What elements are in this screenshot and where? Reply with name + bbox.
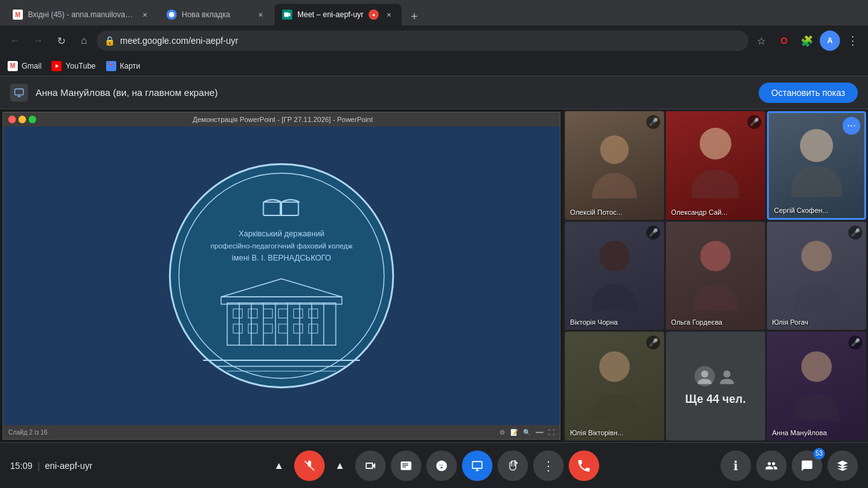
screen-share-icon — [10, 84, 28, 102]
tab-meet-title: Meet – eni-aepf-uyr — [297, 10, 363, 19]
camera-button[interactable] — [355, 451, 386, 481]
stop-sharing-button[interactable]: Остановить показ — [759, 83, 858, 103]
participant-name-9: Анна Мануйлова — [772, 429, 861, 437]
participant-tile-3: ⋯ Сергій Скофен... — [767, 111, 866, 220]
svg-rect-4 — [15, 89, 23, 95]
opera-icon[interactable]: O — [774, 30, 794, 51]
ppt-slide-content: Харківський державний професійно-педагог… — [3, 126, 560, 425]
raise-hand-button[interactable] — [498, 451, 528, 481]
home-button[interactable]: ⌂ — [74, 30, 94, 51]
newtab-favicon — [166, 10, 177, 20]
svg-text:імені В. І. ВЕРНАДСЬКОГО: імені В. І. ВЕРНАДСЬКОГО — [232, 254, 332, 262]
bottombar-center: ▲ ▲ — [269, 451, 599, 481]
mute-icon-7: 🎤 — [649, 338, 658, 347]
ppt-title: Демонстрація PowerPoint - [ГР 27.11.2026… — [41, 116, 524, 123]
tab-meet-close[interactable]: ✕ — [384, 10, 394, 20]
participant-name-1: Олексій Потос... — [570, 208, 659, 216]
browser-chrome: M Вхідні (45) - anna.manuilova12... ✕ Но… — [0, 0, 868, 76]
mute-icon-1: 🎤 — [649, 118, 658, 126]
tab-gmail-close[interactable]: ✕ — [140, 10, 150, 20]
ppt-footer: Слайд 2 із 16 ⚙ 📝 🔍 ━━ ⛶ — [3, 425, 560, 439]
mic-options-button[interactable]: ▲ — [269, 456, 289, 476]
present-button[interactable] — [462, 451, 492, 481]
more-options-button[interactable]: ⋮ — [533, 451, 564, 481]
participant-more-3: ⋯ — [843, 117, 860, 135]
participant-tile-7: 🎤 Юлія Вікторівн... — [565, 332, 664, 440]
bookmark-maps[interactable]: 📍 Карти — [106, 61, 140, 71]
bookmark-gmail[interactable]: M Gmail — [8, 61, 41, 71]
svg-marker-3 — [56, 64, 59, 68]
meeting-time: 15:09 — [10, 461, 32, 471]
back-button[interactable]: ← — [5, 30, 25, 51]
participant-mute-4: 🎤 — [646, 226, 660, 240]
bottombar-left: 15:09 | eni-aepf-uyr — [10, 461, 269, 471]
meet-loading: ● — [369, 10, 379, 20]
activities-button[interactable] — [827, 451, 858, 481]
participant-name-4: Вікторія Чорна — [570, 318, 659, 326]
ppt-tool3[interactable]: 🔍 — [523, 429, 531, 436]
maps-bm-favicon: 📍 — [106, 61, 116, 71]
ppt-titlebar: Демонстрація PowerPoint - [ГР 27.11.2026… — [3, 112, 560, 126]
tab-newtab-close[interactable]: ✕ — [255, 10, 266, 20]
svg-point-0 — [169, 12, 174, 17]
svg-point-7 — [170, 164, 393, 388]
ppt-tool2[interactable]: 📝 — [510, 429, 518, 436]
participant-tile-2: 🎤 Олександр Сай... — [666, 111, 765, 220]
meet-favicon — [282, 10, 292, 20]
svg-marker-2 — [288, 13, 290, 17]
participant-mute-6: 🎤 — [848, 226, 862, 240]
participant-name-7: Юлія Вікторівн... — [570, 429, 659, 437]
address-text: meet.google.com/eni-aepf-uyr — [120, 36, 741, 46]
tab-bar: M Вхідні (45) - anna.manuilova12... ✕ Но… — [0, 0, 868, 25]
ppt-fullscreen[interactable]: ⛶ — [548, 429, 555, 436]
participant-tile-4: 🎤 Вікторія Чорна — [565, 222, 664, 330]
chrome-menu-button[interactable]: ⋮ — [843, 30, 863, 51]
ppt-tool1[interactable]: ⚙ — [499, 429, 505, 436]
participant-tile-more: Ще 44 чел. — [666, 332, 765, 440]
info-button[interactable]: ℹ — [721, 451, 751, 481]
bookmark-button[interactable]: ☆ — [751, 30, 771, 51]
participant-mute-2: 🎤 — [747, 115, 761, 129]
address-bar[interactable]: 🔒 meet.google.com/eni-aepf-uyr — [97, 30, 749, 51]
tab-meet[interactable]: Meet – eni-aepf-uyr ● ✕ — [275, 4, 402, 25]
tab-newtab[interactable]: Нова вкладка ✕ — [159, 4, 273, 25]
slide-counter: Слайд 2 із 16 — [8, 429, 48, 436]
more-count: Ще 44 чел. — [685, 393, 745, 406]
participant-tile-9: 🎤 Анна Мануйлова — [767, 332, 866, 440]
chat-button[interactable]: 53 — [792, 451, 822, 481]
gmail-favicon: M — [13, 10, 23, 20]
bookmark-gmail-label: Gmail — [22, 62, 41, 71]
captions-button[interactable] — [391, 451, 421, 481]
participant-tile-6: 🎤 Юлія Рогач — [767, 222, 866, 330]
end-call-button[interactable] — [569, 451, 599, 481]
meet-bottombar: 15:09 | eni-aepf-uyr ▲ ▲ — [0, 442, 868, 488]
ppt-close-btn[interactable] — [8, 116, 16, 123]
bookmarks-bar: M Gmail YouTube 📍 Карти — [0, 56, 868, 76]
extensions-button[interactable]: 🧩 — [797, 30, 817, 51]
mute-icon-4: 🎤 — [649, 228, 658, 237]
refresh-button[interactable]: ↻ — [51, 30, 71, 51]
mute-icon-2: 🎤 — [750, 118, 759, 126]
meet-main: Демонстрація PowerPoint - [ГР 27.11.2026… — [0, 109, 868, 442]
meet-container: Анна Мануйлова (ви, на главном екране) О… — [0, 76, 868, 488]
camera-options-button[interactable]: ▲ — [330, 456, 350, 476]
tab-gmail[interactable]: M Вхідні (45) - anna.manuilova12... ✕ — [5, 4, 158, 25]
time-sep: | — [37, 461, 40, 471]
participant-video-5 — [666, 222, 765, 330]
mute-icon-9: 🎤 — [851, 338, 860, 347]
profile-button[interactable]: A — [820, 30, 840, 51]
bookmark-youtube-label: YouTube — [65, 62, 95, 71]
ppt-minimize-btn[interactable] — [18, 116, 26, 123]
ppt-maximize-btn[interactable] — [29, 116, 36, 123]
mute-button[interactable] — [294, 451, 325, 481]
youtube-bm-favicon — [51, 61, 62, 71]
bookmark-youtube[interactable]: YouTube — [51, 61, 95, 71]
emoji-button[interactable] — [426, 451, 457, 481]
new-tab-button[interactable]: + — [405, 8, 423, 25]
ppt-window-controls — [8, 116, 36, 123]
meeting-code: eni-aepf-uyr — [45, 461, 93, 471]
chat-badge: 53 — [813, 448, 825, 459]
forward-button[interactable]: → — [28, 30, 48, 51]
participants-button[interactable] — [756, 451, 787, 481]
ppt-zoom: ━━ — [536, 429, 543, 436]
